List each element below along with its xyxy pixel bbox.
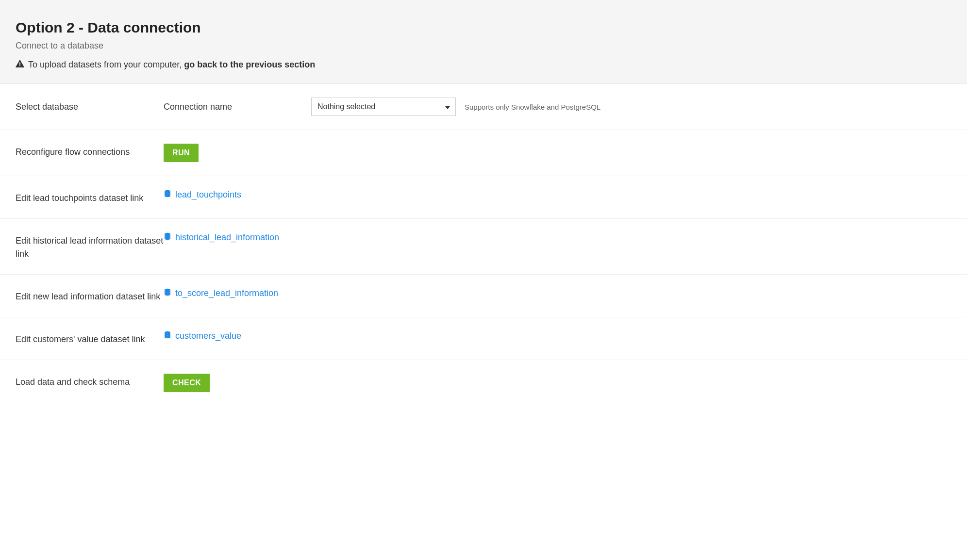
dataset-link-text: lead_touchpoints — [175, 190, 241, 200]
dataset-row-label: Edit new lead information dataset link — [16, 288, 164, 303]
database-icon — [164, 288, 171, 298]
page-title: Option 2 - Data connection — [16, 19, 951, 36]
svg-point-3 — [165, 233, 170, 235]
warning-icon — [16, 60, 24, 70]
reconfigure-label: Reconfigure flow connections — [16, 144, 164, 159]
page-subtitle: Connect to a database — [16, 41, 951, 51]
check-button[interactable]: CHECK — [164, 374, 210, 392]
svg-rect-0 — [19, 63, 20, 65]
database-icon — [164, 331, 171, 341]
dataset-row-label: Edit customers' value dataset link — [16, 331, 164, 346]
dataset-link[interactable]: customers_value — [164, 331, 241, 341]
dataset-link-text: to_score_lead_information — [175, 288, 278, 298]
database-icon — [164, 190, 171, 200]
connection-select-value: Nothing selected — [311, 98, 456, 116]
header-section: Option 2 - Data connection Connect to a … — [0, 0, 967, 84]
svg-point-4 — [165, 289, 170, 291]
run-button[interactable]: RUN — [164, 144, 199, 162]
dataset-link[interactable]: lead_touchpoints — [164, 190, 241, 200]
dataset-link[interactable]: historical_lead_information — [164, 232, 279, 243]
dataset-link-text: historical_lead_information — [175, 232, 279, 243]
row-select-database: Select database Connection name Nothing … — [0, 84, 967, 130]
row-reconfigure: Reconfigure flow connections RUN — [0, 130, 967, 176]
database-icon — [164, 232, 171, 243]
row-dataset: Edit customers' value dataset linkcustom… — [0, 317, 967, 360]
warning-link-text: go back to the previous section — [184, 60, 315, 69]
connection-name-label: Connection name — [164, 102, 304, 112]
connection-help-text: Supports only Snowflake and PostgreSQL — [465, 103, 600, 111]
row-dataset: Edit historical lead information dataset… — [0, 219, 967, 275]
dataset-row-label: Edit lead touchpoints dataset link — [16, 190, 164, 205]
dataset-row-label: Edit historical lead information dataset… — [16, 232, 164, 261]
dataset-link-text: customers_value — [175, 331, 241, 341]
svg-rect-1 — [19, 66, 20, 66]
svg-point-5 — [165, 331, 170, 333]
load-label: Load data and check schema — [16, 374, 164, 389]
row-dataset: Edit lead touchpoints dataset linklead_t… — [0, 176, 967, 219]
select-database-label: Select database — [16, 100, 164, 114]
warning-prefix: To upload datasets from your computer, — [28, 60, 184, 69]
connection-select[interactable]: Nothing selected — [311, 98, 456, 116]
upload-warning: To upload datasets from your computer, g… — [16, 60, 951, 70]
row-dataset: Edit new lead information dataset linkto… — [0, 275, 967, 317]
dataset-link[interactable]: to_score_lead_information — [164, 288, 278, 298]
svg-point-2 — [165, 190, 170, 192]
row-load-check: Load data and check schema CHECK — [0, 360, 967, 406]
